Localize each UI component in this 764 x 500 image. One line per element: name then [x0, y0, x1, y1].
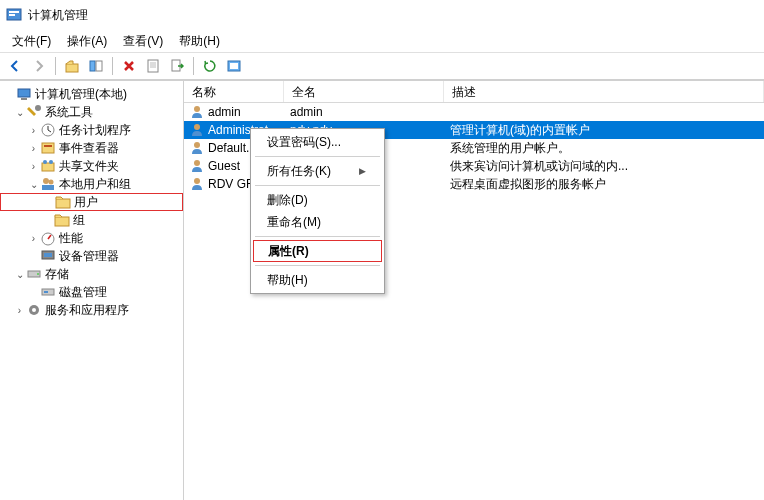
svg-rect-6 — [148, 60, 158, 72]
svg-rect-3 — [66, 64, 78, 72]
tree-storage[interactable]: ⌄存储 — [0, 265, 183, 283]
ctx-delete[interactable]: 删除(D) — [253, 189, 382, 211]
svg-rect-29 — [44, 253, 52, 257]
svg-rect-19 — [42, 163, 54, 171]
expand-icon[interactable]: › — [28, 125, 39, 136]
user-icon — [190, 177, 204, 191]
toolbar-separator — [193, 57, 194, 75]
svg-rect-5 — [96, 61, 102, 71]
svg-rect-4 — [90, 61, 95, 71]
window-title: 计算机管理 — [28, 7, 88, 24]
svg-rect-18 — [44, 145, 52, 147]
svg-rect-25 — [56, 199, 70, 208]
svg-point-23 — [49, 180, 54, 185]
ctx-separator — [255, 265, 380, 266]
ctx-help[interactable]: 帮助(H) — [253, 269, 382, 291]
svg-rect-24 — [42, 185, 54, 190]
svg-rect-12 — [230, 63, 238, 69]
tools-icon — [26, 104, 42, 120]
up-button[interactable] — [61, 55, 83, 77]
tree-performance[interactable]: ›性能 — [0, 229, 183, 247]
ctx-properties[interactable]: 属性(R) — [253, 240, 382, 262]
expand-icon[interactable]: › — [28, 161, 39, 172]
svg-point-22 — [43, 178, 49, 184]
menu-action[interactable]: 操作(A) — [59, 31, 115, 52]
expand-icon[interactable]: › — [14, 305, 25, 316]
user-icon — [190, 141, 204, 155]
export-button[interactable] — [166, 55, 188, 77]
folder-icon — [55, 194, 71, 210]
context-menu: 设置密码(S)... 所有任务(K)▶ 删除(D) 重命名(M) 属性(R) 帮… — [250, 128, 385, 294]
svg-point-39 — [194, 160, 200, 166]
toolbar-separator — [112, 57, 113, 75]
tree-users[interactable]: 用户 — [0, 193, 183, 211]
menu-help[interactable]: 帮助(H) — [171, 31, 228, 52]
tree-disk-management[interactable]: 磁盘管理 — [0, 283, 183, 301]
tree-local-users-groups[interactable]: ⌄本地用户和组 — [0, 175, 183, 193]
list-pane: 名称 全名 描述 admin admin Administrat... ndv … — [184, 81, 764, 500]
ctx-separator — [255, 236, 380, 237]
forward-button[interactable] — [28, 55, 50, 77]
user-icon — [190, 105, 204, 119]
ctx-all-tasks[interactable]: 所有任务(K)▶ — [253, 160, 382, 182]
folder-icon — [54, 212, 70, 228]
list-row[interactable]: admin admin — [184, 103, 764, 121]
expand-icon[interactable]: › — [28, 233, 39, 244]
tree-root[interactable]: 计算机管理(本地) — [0, 85, 183, 103]
tree-groups[interactable]: 组 — [0, 211, 183, 229]
delete-button[interactable] — [118, 55, 140, 77]
svg-rect-26 — [55, 217, 69, 226]
svg-rect-2 — [9, 14, 15, 16]
disk-icon — [40, 284, 56, 300]
show-hide-button[interactable] — [85, 55, 107, 77]
list-header: 名称 全名 描述 — [184, 81, 764, 103]
svg-point-36 — [194, 106, 200, 112]
collapse-icon[interactable]: ⌄ — [14, 269, 25, 280]
menubar: 文件(F) 操作(A) 查看(V) 帮助(H) — [0, 30, 764, 52]
help-button[interactable] — [223, 55, 245, 77]
ctx-separator — [255, 185, 380, 186]
col-description[interactable]: 描述 — [444, 81, 764, 102]
col-name[interactable]: 名称 — [184, 81, 284, 102]
menu-file[interactable]: 文件(F) — [4, 31, 59, 52]
clock-icon — [40, 122, 56, 138]
ctx-rename[interactable]: 重命名(M) — [253, 211, 382, 233]
svg-rect-17 — [42, 143, 54, 153]
col-fullname[interactable]: 全名 — [284, 81, 444, 102]
titlebar: 计算机管理 — [0, 0, 764, 30]
tree-shared-folders[interactable]: ›共享文件夹 — [0, 157, 183, 175]
svg-point-40 — [194, 178, 200, 184]
tree-system-tools[interactable]: ⌄系统工具 — [0, 103, 183, 121]
user-icon — [190, 123, 204, 137]
workarea: 计算机管理(本地) ⌄系统工具 ›任务计划程序 ›事件查看器 ›共享文件夹 ⌄本… — [0, 80, 764, 500]
tree-task-scheduler[interactable]: ›任务计划程序 — [0, 121, 183, 139]
event-icon — [40, 140, 56, 156]
performance-icon — [40, 230, 56, 246]
computer-icon — [16, 86, 32, 102]
tree-device-manager[interactable]: 设备管理器 — [0, 247, 183, 265]
tree-services-apps[interactable]: ›服务和应用程序 — [0, 301, 183, 319]
services-icon — [26, 302, 42, 318]
svg-point-38 — [194, 142, 200, 148]
svg-point-20 — [43, 160, 47, 164]
toolbar-separator — [55, 57, 56, 75]
collapse-icon[interactable]: ⌄ — [14, 107, 25, 118]
svg-point-21 — [49, 160, 53, 164]
tree-event-viewer[interactable]: ›事件查看器 — [0, 139, 183, 157]
refresh-button[interactable] — [199, 55, 221, 77]
menu-view[interactable]: 查看(V) — [115, 31, 171, 52]
users-icon — [40, 176, 56, 192]
svg-point-15 — [35, 105, 41, 111]
properties-button[interactable] — [142, 55, 164, 77]
svg-rect-1 — [9, 11, 19, 13]
svg-rect-14 — [21, 98, 27, 100]
collapse-icon[interactable]: ⌄ — [28, 179, 39, 190]
svg-point-35 — [32, 308, 36, 312]
submenu-arrow-icon: ▶ — [359, 166, 366, 176]
svg-rect-13 — [18, 89, 30, 97]
expand-icon[interactable]: › — [28, 143, 39, 154]
ctx-set-password[interactable]: 设置密码(S)... — [253, 131, 382, 153]
back-button[interactable] — [4, 55, 26, 77]
device-icon — [40, 248, 56, 264]
tree-pane: 计算机管理(本地) ⌄系统工具 ›任务计划程序 ›事件查看器 ›共享文件夹 ⌄本… — [0, 81, 184, 500]
